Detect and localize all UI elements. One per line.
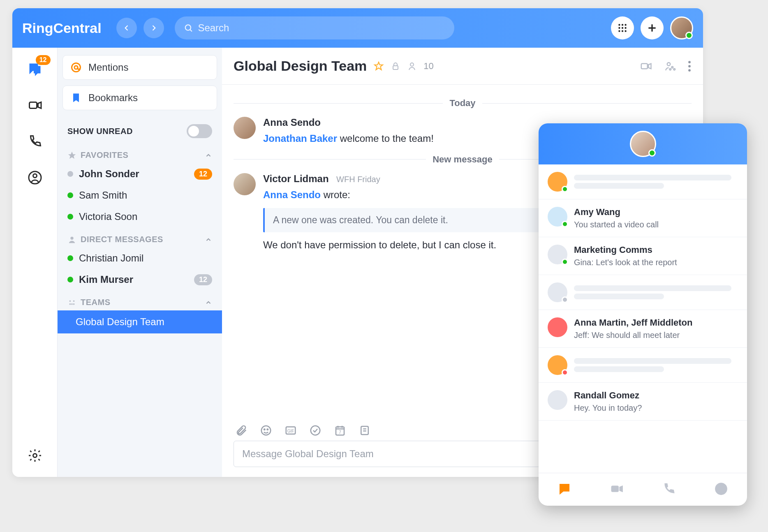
plus-icon [647,23,657,33]
rail-contacts[interactable] [25,168,45,187]
rail-video[interactable] [25,95,45,115]
video-icon [28,98,42,113]
conversation-name: Kim Murser [79,274,133,285]
message-content: Jonathan Baker welcome to the team! [263,132,434,146]
conversation-item[interactable]: Sam Smith [62,185,217,206]
svg-rect-30 [641,63,648,69]
svg-point-33 [671,66,673,68]
svg-text:GIF: GIF [287,429,294,433]
svg-point-22 [69,300,71,302]
mobile-conversation-row[interactable] [539,348,747,383]
more-icon[interactable] [687,60,692,72]
contact-icon [28,170,42,185]
star-outline-icon[interactable] [373,61,384,72]
conversation-avatar [548,245,567,264]
conversation-subtitle: Gina: Let's look at the report [574,258,738,267]
message-avatar[interactable] [234,117,256,139]
rail-messages[interactable]: 12 [25,59,45,79]
chevron-up-icon [205,299,212,306]
mobile-conversation-row[interactable]: Randall GomezHey. You in today? [539,383,747,421]
rail-settings[interactable] [25,446,45,465]
section-favorites-header[interactable]: FAVORITES [62,143,217,163]
conversation-item[interactable]: Kim Murser12 [62,269,217,290]
mobile-header [539,123,747,164]
start-video-icon[interactable] [640,60,652,72]
svg-point-2 [618,24,620,25]
task-icon[interactable] [309,424,322,437]
presence-dot-icon [67,277,73,282]
message-avatar[interactable] [234,173,256,195]
dialpad-icon [617,23,628,33]
conversation-item[interactable]: Christian Jomil [62,247,217,269]
section-dm-header[interactable]: DIRECT MESSAGES [62,227,217,247]
teams-label: TEAMS [81,298,111,307]
mentions-button[interactable]: Mentions [62,55,217,80]
attach-icon[interactable] [235,424,248,437]
conversation-subtitle: Jeff: We should all meet later [574,331,738,340]
presence-dot-icon [67,214,73,220]
conversation-item[interactable]: Global Design Team [58,310,222,333]
bookmarks-button[interactable]: Bookmarks [62,86,217,110]
quote-author[interactable]: Anna Sendo [263,189,321,200]
presence-dot-icon [648,149,656,157]
presence-dot-icon [562,221,568,227]
svg-line-1 [190,30,192,32]
svg-point-6 [622,27,623,29]
emoji-icon[interactable] [260,424,272,437]
nav-back-button[interactable] [116,18,137,38]
conversation-avatar [548,355,567,375]
rail-phone[interactable] [25,132,45,151]
skeleton-line [574,294,664,299]
note-icon[interactable] [359,424,371,437]
skeleton-line [574,285,731,291]
conversation-name: Christian Jomil [79,252,143,264]
add-member-icon[interactable] [664,60,676,72]
profile-avatar[interactable] [670,16,693,39]
gif-icon[interactable]: GIF [285,424,297,437]
calendar-icon[interactable]: 7 [334,424,346,437]
new-button[interactable] [641,16,664,39]
mention-icon [70,62,82,73]
presence-dot-icon [67,192,73,198]
svg-point-4 [625,24,626,25]
mobile-tab-phone[interactable] [662,482,676,497]
conversation-name: Victoria Soon [79,211,137,222]
mobile-tab-contacts[interactable] [714,482,728,497]
svg-point-41 [267,429,268,430]
mobile-tab-messages[interactable] [557,482,571,497]
mobile-avatar[interactable] [630,131,656,157]
search-input[interactable] [198,22,445,34]
rail-messages-badge: 12 [36,55,51,65]
section-teams-header[interactable]: TEAMS [62,290,217,310]
members-icon[interactable] [407,61,417,71]
lock-icon [391,61,400,71]
dialpad-button[interactable] [611,16,634,39]
conversation-item[interactable]: Victoria Soon [62,206,217,227]
svg-point-36 [688,61,691,63]
svg-marker-20 [68,151,76,158]
mobile-conversation-row[interactable]: Amy WangYou started a video call [539,199,747,237]
svg-point-37 [688,65,691,67]
nav-forward-button[interactable] [143,18,164,38]
mention-link[interactable]: Jonathan Baker [263,133,337,144]
mobile-tabbar [539,473,747,506]
mentions-label: Mentions [88,62,128,73]
mobile-conversation-row[interactable] [539,275,747,310]
conversation-item[interactable]: John Sonder12 [62,163,217,185]
conversation-subtitle: You started a video call [574,220,738,229]
mobile-conversation-row[interactable] [539,164,747,199]
presence-dot-icon [562,369,568,376]
mobile-conversation-row[interactable]: Anna Martin, Jeff MiddletonJeff: We shou… [539,310,747,348]
skeleton-line [574,366,664,372]
mobile-preview: Amy WangYou started a video callMarketin… [539,123,747,506]
show-unread-toggle[interactable] [187,124,212,138]
svg-point-23 [73,300,75,302]
sidebar: Mentions Bookmarks SHOW UNREAD FAVORITES… [58,48,222,477]
conversation-name: Global Design Team [76,316,164,328]
search-bar[interactable] [175,16,454,39]
chevron-left-icon [123,24,131,32]
mobile-tab-video[interactable] [610,482,624,497]
mobile-conversation-row[interactable]: Marketing CommsGina: Let's look at the r… [539,237,747,275]
mobile-conversation-list: Amy WangYou started a video callMarketin… [539,164,747,473]
skeleton-line [574,183,664,189]
